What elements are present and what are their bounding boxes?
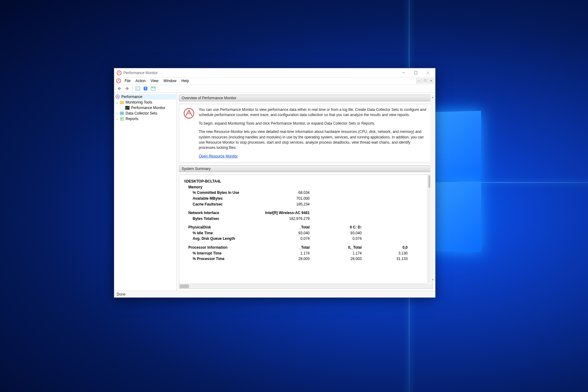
svg-rect-7 — [151, 87, 155, 90]
statusbar: Done — [114, 291, 435, 297]
svg-rect-12 — [120, 112, 124, 115]
scroll-down-icon[interactable]: ▾ — [430, 277, 435, 282]
app-icon — [117, 70, 122, 75]
menu-help[interactable]: Help — [179, 78, 191, 84]
tree-node-performance-monitor[interactable]: Performance Monitor — [115, 105, 176, 111]
overview-header-label: Overview of Performance Monitor — [182, 96, 236, 100]
menu-view[interactable]: View — [148, 78, 161, 84]
overview-text-1: You can use Performance Monitor to view … — [199, 107, 428, 118]
data-collector-icon — [119, 111, 124, 115]
summary-cache-row: Cache Faults/sec185.234 — [184, 202, 428, 207]
perfmon-large-icon — [183, 108, 194, 119]
tree-node-monitoring-tools[interactable]: ⌄ Monitoring Tools — [115, 100, 176, 105]
summary-interrupt-row: % Interrupt Time1.1741.1743.130 — [184, 251, 428, 256]
open-resource-monitor-link[interactable]: Open Resource Monitor — [199, 154, 238, 158]
svg-text:?: ? — [145, 87, 146, 90]
performance-monitor-window: Performance Monitor File Action View Win… — [114, 68, 435, 298]
mmc-icon — [116, 78, 121, 83]
maximize-button[interactable] — [409, 69, 422, 77]
summary-header: System Summary — [179, 165, 433, 172]
show-hide-tree-button[interactable] — [134, 85, 141, 92]
tree-node-data-collector-sets[interactable]: › Data Collector Sets — [115, 111, 176, 116]
properties-button[interactable] — [150, 85, 156, 92]
summary-header-label: System Summary — [182, 167, 211, 171]
toolbar: ? — [114, 84, 435, 93]
content-pane: Overview of Performance Monitor You can … — [177, 93, 435, 291]
svg-point-10 — [116, 95, 119, 99]
menubar: File Action View Window Help — ❐ ✕ — [114, 77, 435, 84]
system-summary-panel: \\DESKTOP-BCLTA4L Memory % Committed Byt… — [179, 175, 433, 289]
expand-icon[interactable]: › — [115, 117, 119, 121]
tree-label: Reports — [126, 117, 138, 121]
tree-label: Performance Monitor — [131, 106, 165, 110]
folder-icon — [119, 100, 124, 104]
expand-icon[interactable]: › — [115, 112, 119, 115]
summary-available-row: Available MBytes701.000 — [184, 196, 428, 202]
summary-bytes-row: Bytes Total/sec162,976.279 — [184, 216, 428, 222]
summary-disk-label: PhysicalDisk_Total0 C: D: — [184, 224, 428, 230]
forward-button[interactable] — [124, 85, 130, 92]
summary-processor-label: Processor Information_Total0,_Total0,0 — [184, 245, 428, 251]
tree-node-performance[interactable]: Performance — [115, 94, 176, 100]
mdi-close-button[interactable]: ✕ — [428, 78, 434, 83]
minimize-button[interactable] — [397, 69, 409, 77]
overview-panel: You can use Performance Monitor to view … — [179, 104, 433, 163]
svg-rect-14 — [122, 112, 123, 114]
expand-icon[interactable]: ⌄ — [115, 101, 119, 104]
close-button[interactable] — [422, 69, 434, 77]
summary-proc-row: % Processor Time28.00328.00331.133 — [184, 256, 428, 262]
perfmon-chart-icon — [125, 106, 130, 110]
svg-rect-13 — [121, 112, 122, 114]
tree-label: Data Collector Sets — [126, 111, 157, 115]
help-button[interactable]: ? — [142, 85, 149, 92]
svg-rect-8 — [152, 87, 153, 88]
summary-network-label: Network InterfaceIntel[R] Wireless-AC 94… — [184, 210, 428, 216]
svg-point-17 — [188, 113, 190, 114]
scroll-up-icon[interactable]: ▴ — [430, 95, 435, 100]
status-text: Done — [117, 292, 126, 296]
tree-node-reports[interactable]: › Reports — [115, 116, 176, 122]
overview-text-2: To begin, expand Monitoring Tools and cl… — [199, 121, 428, 126]
menu-file[interactable]: File — [122, 78, 133, 84]
summary-memory-label: Memory — [184, 184, 428, 190]
menu-action[interactable]: Action — [133, 78, 148, 84]
summary-idle-row: % Idle Time93.04093.040 — [184, 230, 428, 236]
overview-header: Overview of Performance Monitor — [179, 95, 433, 101]
svg-rect-1 — [414, 71, 417, 74]
back-button[interactable] — [116, 85, 123, 92]
reports-icon — [119, 117, 124, 121]
titlebar[interactable]: Performance Monitor — [114, 68, 435, 77]
mdi-restore-button[interactable]: ❐ — [422, 78, 428, 83]
tree-label: Monitoring Tools — [126, 100, 152, 104]
summary-committed-row: % Committed Bytes In Use68.034 — [184, 190, 428, 196]
overview-text-3: The new Resource Monitor lets you view d… — [199, 129, 428, 151]
summary-host: \\DESKTOP-BCLTA4L — [184, 179, 428, 184]
window-title: Performance Monitor — [123, 71, 158, 75]
content-vertical-scrollbar[interactable]: ▴ ▾ — [430, 95, 435, 282]
navigation-tree: Performance ⌄ Monitoring Tools Performan… — [114, 93, 177, 291]
tree-label: Performance — [121, 95, 142, 99]
mdi-minimize-button[interactable]: — — [416, 78, 422, 83]
perfmon-icon — [115, 95, 120, 99]
svg-rect-4 — [136, 87, 137, 90]
svg-rect-9 — [153, 87, 155, 88]
summary-queue-row: Avg. Disk Queue Length0.0740.074 — [184, 236, 428, 242]
menu-window[interactable]: Window — [161, 78, 179, 84]
summary-horizontal-scrollbar[interactable] — [179, 284, 428, 288]
